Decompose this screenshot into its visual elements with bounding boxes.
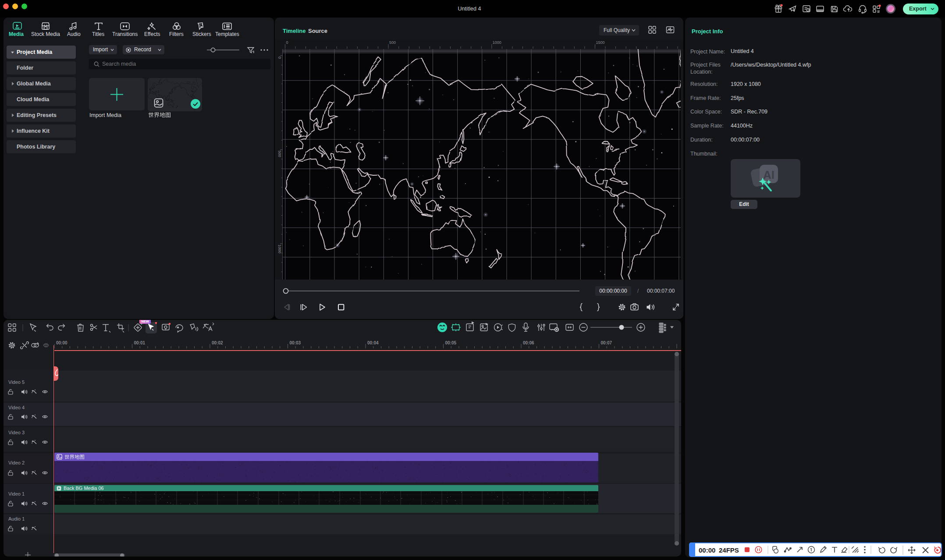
svg-text:1500: 1500 <box>596 40 605 45</box>
svg-text:00:03: 00:03 <box>290 340 301 345</box>
svg-text:00:01: 00:01 <box>134 340 146 345</box>
svg-text:0: 0 <box>286 40 288 45</box>
svg-text:00:07: 00:07 <box>601 340 612 345</box>
svg-text:AI: AI <box>763 168 774 181</box>
svg-text:500: 500 <box>277 151 282 157</box>
svg-text:00:00: 00:00 <box>56 340 68 345</box>
svg-text:500: 500 <box>389 40 396 45</box>
svg-text:00:04: 00:04 <box>367 340 379 345</box>
svg-text:00:02: 00:02 <box>212 340 223 345</box>
svg-text:0: 0 <box>277 57 282 59</box>
svg-text:00:06: 00:06 <box>523 340 534 345</box>
svg-text:00:05: 00:05 <box>445 340 457 345</box>
svg-text:1000: 1000 <box>493 40 501 45</box>
svg-text:1000: 1000 <box>277 245 282 253</box>
